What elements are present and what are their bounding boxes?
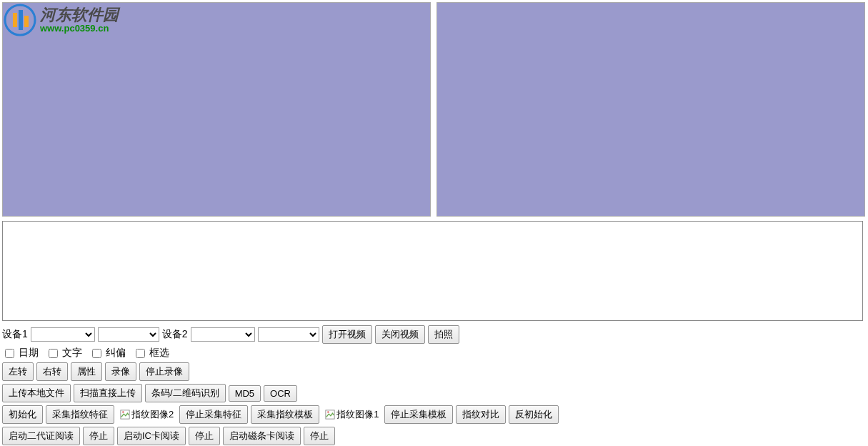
open-video-button[interactable]: 打开视频 xyxy=(322,325,372,344)
broken-image-icon xyxy=(120,410,130,420)
fp-image-1-placeholder: 指纹图像1 xyxy=(322,408,381,421)
fp-init-button[interactable]: 初始化 xyxy=(2,405,43,424)
log-output-panel xyxy=(2,221,863,321)
video-preview-row: 河东软件园 www.pc0359.cn xyxy=(2,2,866,217)
watermark-title: 河东软件园 xyxy=(40,6,119,24)
rotate-left-button[interactable]: 左转 xyxy=(2,362,34,381)
text-checkbox[interactable] xyxy=(49,349,58,358)
ic-card-stop-button[interactable]: 停止 xyxy=(189,427,220,445)
device1-label: 设备1 xyxy=(2,328,28,341)
card-reader-row: 启动二代证阅读 停止 启动IC卡阅读 停止 启动磁条卡阅读 停止 xyxy=(2,427,866,445)
ocr-button[interactable]: OCR xyxy=(264,385,297,402)
fp-image-2-alt: 指纹图像2 xyxy=(131,408,174,421)
watermark-url: www.pc0359.cn xyxy=(40,24,119,34)
stop-record-button[interactable]: 停止录像 xyxy=(139,362,189,381)
id-card-stop-button[interactable]: 停止 xyxy=(83,427,114,445)
upload-row: 上传本地文件 扫描直接上传 条码/二维码识别 MD5 OCR xyxy=(2,384,866,402)
scan-upload-button[interactable]: 扫描直接上传 xyxy=(74,384,142,402)
fp-image-2-placeholder: 指纹图像2 xyxy=(117,408,176,421)
rotate-right-button[interactable]: 右转 xyxy=(36,362,68,381)
device2-select[interactable] xyxy=(191,327,255,342)
date-checkbox-label: 日期 xyxy=(19,347,39,360)
device1-select[interactable] xyxy=(31,327,95,342)
fp-stop-feature-button[interactable]: 停止采集特征 xyxy=(179,405,248,424)
checkbox-row: 日期 文字 纠偏 框选 xyxy=(2,347,866,360)
svg-rect-3 xyxy=(24,16,29,27)
upload-local-button[interactable]: 上传本地文件 xyxy=(2,384,71,402)
select-checkbox[interactable] xyxy=(136,349,145,358)
md5-button[interactable]: MD5 xyxy=(229,385,261,402)
attributes-button[interactable]: 属性 xyxy=(71,362,102,381)
device2-res-select[interactable] xyxy=(258,327,319,342)
text-checkbox-label: 文字 xyxy=(62,347,82,360)
device2-label: 设备2 xyxy=(162,328,188,341)
fp-collect-template-button[interactable]: 采集指纹模板 xyxy=(251,405,319,424)
device1-res-select[interactable] xyxy=(98,327,159,342)
fp-compare-button[interactable]: 指纹对比 xyxy=(456,405,506,424)
fp-deinit-button[interactable]: 反初始化 xyxy=(509,405,559,424)
broken-image-icon xyxy=(325,410,335,420)
mag-card-stop-button[interactable]: 停止 xyxy=(304,427,335,445)
svg-rect-1 xyxy=(13,13,17,27)
ic-card-read-button[interactable]: 启动IC卡阅读 xyxy=(117,427,186,445)
fingerprint-row: 初始化 采集指纹特征 指纹图像2 停止采集特征 采集指纹模板 指纹图像1 停止采… xyxy=(2,405,866,424)
id-card-read-button[interactable]: 启动二代证阅读 xyxy=(2,427,80,445)
capture-button[interactable]: 拍照 xyxy=(428,325,459,344)
video-panel-2 xyxy=(437,2,865,217)
svg-point-7 xyxy=(327,411,329,412)
deskew-checkbox-label: 纠偏 xyxy=(106,347,126,360)
watermark: 河东软件园 www.pc0359.cn xyxy=(3,3,119,37)
device-control-row: 设备1 设备2 打开视频 关闭视频 拍照 xyxy=(2,325,866,344)
site-logo-icon xyxy=(3,3,37,37)
date-checkbox[interactable] xyxy=(5,349,14,358)
video-panel-1: 河东软件园 www.pc0359.cn xyxy=(2,2,431,217)
svg-rect-2 xyxy=(19,10,23,30)
select-checkbox-label: 框选 xyxy=(149,347,169,360)
rotate-row: 左转 右转 属性 录像 停止录像 xyxy=(2,362,866,381)
mag-card-read-button[interactable]: 启动磁条卡阅读 xyxy=(223,427,301,445)
fp-collect-feature-button[interactable]: 采集指纹特征 xyxy=(46,405,114,424)
fp-image-1-alt: 指纹图像1 xyxy=(336,408,379,421)
close-video-button[interactable]: 关闭视频 xyxy=(375,325,425,344)
barcode-button[interactable]: 条码/二维码识别 xyxy=(145,384,226,402)
fp-stop-template-button[interactable]: 停止采集模板 xyxy=(384,405,453,424)
record-button[interactable]: 录像 xyxy=(105,362,136,381)
svg-point-5 xyxy=(122,411,124,412)
deskew-checkbox[interactable] xyxy=(92,349,101,358)
